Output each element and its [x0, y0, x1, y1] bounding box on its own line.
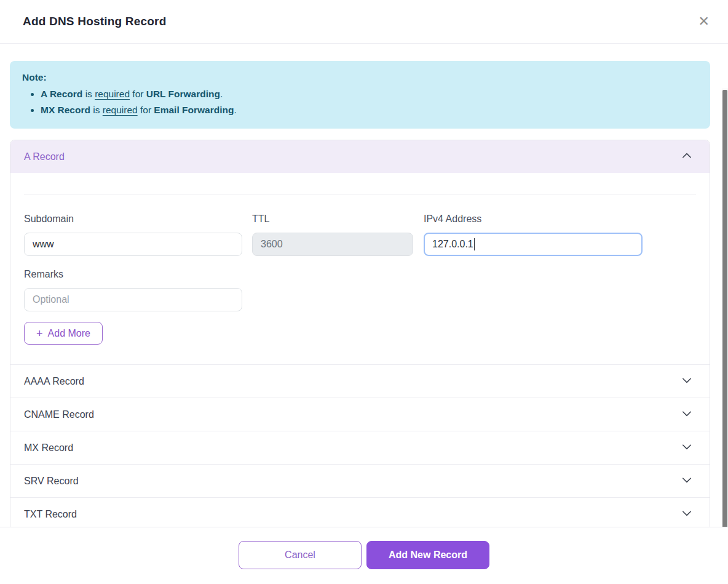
- accordion-label: CNAME Record: [24, 409, 94, 420]
- note-heading: Note:: [22, 70, 698, 85]
- remarks-field-group: Remarks: [24, 269, 242, 311]
- accordion-item-aaaa-record: AAAA Record: [10, 364, 710, 398]
- chevron-down-icon: [681, 375, 692, 388]
- accordion-item-a-record: A Record Subdomain TTL: [10, 140, 710, 364]
- accordion-header-txt-record[interactable]: TXT Record: [10, 498, 710, 527]
- accordion-label: TXT Record: [24, 509, 77, 520]
- accordion-label: AAAA Record: [24, 376, 84, 387]
- cancel-button[interactable]: Cancel: [239, 541, 362, 569]
- note-text: .: [220, 89, 223, 99]
- add-more-button[interactable]: + Add More: [24, 322, 103, 345]
- note-record-name: A Record: [41, 89, 82, 99]
- ipv4-label: IPv4 Address: [424, 214, 643, 225]
- ttl-field-group: TTL: [252, 214, 413, 256]
- subdomain-field-group: Subdomain: [24, 214, 242, 256]
- note-required-text: required: [95, 89, 130, 99]
- modal-footer: Cancel Add New Record: [0, 527, 728, 584]
- accordion-header-srv-record[interactable]: SRV Record: [10, 465, 710, 497]
- note-item-a-record: A Record is required for URL Forwarding.: [41, 86, 698, 102]
- note-item-mx-record: MX Record is required for Email Forwardi…: [41, 102, 698, 118]
- a-record-form-row-2: Remarks: [24, 269, 696, 311]
- note-record-name: MX Record: [41, 105, 90, 115]
- accordion-header-a-record[interactable]: A Record: [10, 140, 710, 173]
- chevron-down-icon: [681, 508, 692, 521]
- ipv4-value: 127.0.0.1: [432, 239, 473, 250]
- note-text: for: [130, 89, 146, 99]
- record-type-accordion: A Record Subdomain TTL: [10, 140, 710, 527]
- chevron-up-icon: [681, 150, 692, 164]
- note-text: for: [138, 105, 154, 115]
- modal-header: Add DNS Hosting Record ✕: [0, 0, 728, 44]
- add-dns-record-modal: Add DNS Hosting Record ✕ Note: A Record …: [0, 0, 728, 584]
- note-required-text: required: [103, 105, 138, 115]
- accordion-label: A Record: [24, 151, 65, 162]
- scrollbar-thumb[interactable]: [722, 90, 727, 527]
- accordion-header-mx-record[interactable]: MX Record: [10, 431, 710, 464]
- add-more-label: Add More: [48, 328, 90, 339]
- accordion-item-mx-record: MX Record: [10, 431, 710, 464]
- a-record-panel: Subdomain TTL IPv4 Address 127.0.0.1: [10, 194, 710, 364]
- subdomain-input[interactable]: [24, 233, 242, 256]
- note-feature-name: Email Forwarding: [154, 105, 234, 115]
- remarks-label: Remarks: [24, 269, 242, 280]
- text-caret: [474, 238, 475, 250]
- note-list: A Record is required for URL Forwarding.…: [41, 86, 698, 118]
- modal-title: Add DNS Hosting Record: [23, 15, 166, 28]
- accordion-label: SRV Record: [24, 476, 79, 487]
- close-icon[interactable]: ✕: [695, 12, 713, 31]
- vertical-scrollbar[interactable]: [722, 88, 728, 527]
- modal-body: Note: A Record is required for URL Forwa…: [0, 44, 728, 527]
- a-record-form-row-1: Subdomain TTL IPv4 Address 127.0.0.1: [24, 214, 696, 256]
- accordion-header-aaaa-record[interactable]: AAAA Record: [10, 365, 710, 398]
- accordion-item-srv-record: SRV Record: [10, 464, 710, 497]
- panel-divider: [24, 194, 696, 194]
- subdomain-label: Subdomain: [24, 214, 242, 225]
- chevron-down-icon: [681, 408, 692, 422]
- add-new-record-button[interactable]: Add New Record: [366, 541, 489, 569]
- ttl-label: TTL: [252, 214, 413, 225]
- ttl-input: [252, 233, 413, 256]
- plus-icon: +: [36, 328, 43, 339]
- note-box: Note: A Record is required for URL Forwa…: [10, 61, 710, 129]
- accordion-header-cname-record[interactable]: CNAME Record: [10, 398, 710, 431]
- accordion-label: MX Record: [24, 442, 73, 454]
- chevron-down-icon: [681, 474, 692, 488]
- note-feature-name: URL Forwarding: [146, 89, 220, 99]
- note-text: .: [234, 105, 236, 115]
- note-text: is: [90, 105, 103, 115]
- accordion-item-txt-record: TXT Record: [10, 497, 710, 527]
- remarks-input[interactable]: [24, 288, 242, 311]
- note-text: is: [82, 89, 95, 99]
- accordion-item-cname-record: CNAME Record: [10, 398, 710, 431]
- ipv4-field-group: IPv4 Address 127.0.0.1: [424, 214, 643, 256]
- chevron-down-icon: [681, 441, 692, 455]
- ipv4-input[interactable]: 127.0.0.1: [424, 233, 643, 256]
